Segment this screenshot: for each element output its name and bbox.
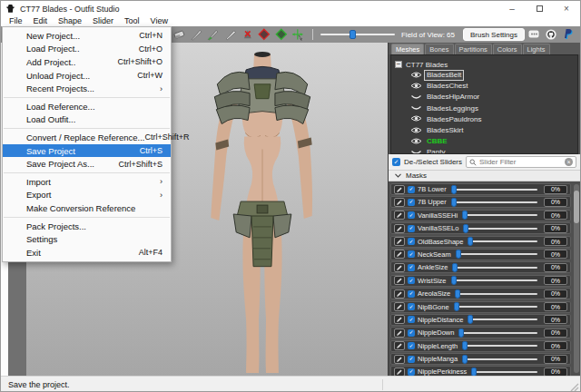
slider-handle[interactable]: [462, 355, 468, 364]
slider-handle[interactable]: [456, 250, 461, 259]
slider-checkbox[interactable]: ✓: [408, 238, 415, 245]
slider-edit-pencil-icon[interactable]: [394, 224, 405, 233]
mesh-item[interactable]: BladesSkirt: [395, 125, 574, 136]
slider-value[interactable]: 0%: [544, 237, 567, 246]
mesh-item[interactable]: Panty: [395, 147, 574, 154]
slider-edit-pencil-icon[interactable]: [394, 341, 405, 350]
collapse-icon[interactable]: −: [395, 61, 402, 68]
slider-track[interactable]: [453, 267, 537, 269]
gray-brush-tool-icon[interactable]: [190, 28, 204, 42]
slider-handle[interactable]: [468, 237, 473, 246]
slider-handle[interactable]: [451, 185, 457, 194]
slider-checkbox[interactable]: ✓: [408, 342, 415, 349]
mesh-tree-root[interactable]: − CT77 Blades: [395, 59, 574, 70]
slider-handle[interactable]: [471, 368, 477, 376]
eraser-tool-icon[interactable]: [172, 28, 187, 42]
clear-filter-icon[interactable]: ×: [565, 158, 573, 166]
slider-handle[interactable]: [451, 198, 457, 207]
slider-track[interactable]: [468, 318, 537, 320]
slider-checkbox[interactable]: ✓: [408, 264, 415, 271]
eye-open-icon[interactable]: [410, 82, 422, 92]
eye-closed-icon[interactable]: [410, 148, 422, 154]
slider-value[interactable]: 0%: [544, 341, 567, 350]
close-button[interactable]: ×: [553, 1, 580, 16]
file-menu-item[interactable]: Unload Project...Ctrl+W: [3, 69, 171, 83]
slider-value[interactable]: 0%: [544, 185, 567, 194]
slider-checkbox[interactable]: ✓: [408, 368, 415, 376]
github-icon[interactable]: [545, 28, 557, 41]
slider-track[interactable]: [463, 358, 537, 360]
slider-edit-pencil-icon[interactable]: [394, 263, 405, 272]
file-menu-item[interactable]: New Project...Ctrl+N: [3, 29, 171, 43]
slider-edit-pencil-icon[interactable]: [394, 355, 405, 364]
slider-track[interactable]: [463, 214, 537, 216]
slider-value[interactable]: 0%: [544, 198, 567, 207]
slider-value[interactable]: 0%: [544, 276, 567, 285]
slider-track[interactable]: [456, 293, 537, 295]
slider-value[interactable]: 0%: [544, 315, 567, 324]
slider-edit-pencil-icon[interactable]: [394, 328, 405, 338]
slider-track[interactable]: [463, 345, 537, 347]
transform-tool-icon[interactable]: [290, 28, 305, 42]
detail-brush-tool-icon[interactable]: [223, 28, 238, 42]
slider-track[interactable]: [452, 189, 537, 191]
slider-filter-input[interactable]: [479, 158, 562, 166]
green-diamond-tool-icon[interactable]: [274, 28, 289, 42]
slider-value[interactable]: 0%: [544, 302, 567, 311]
file-menu-item[interactable]: Convert / Replace Reference...Ctrl+Shift…: [3, 131, 171, 144]
eye-closed-icon[interactable]: [410, 103, 422, 113]
brush-settings-button[interactable]: Brush Settings: [463, 28, 525, 41]
slider-edit-pencil-icon[interactable]: [394, 302, 405, 311]
slider-checkbox[interactable]: ✓: [408, 290, 415, 298]
slider-track[interactable]: [452, 201, 537, 203]
slider-checkbox[interactable]: ✓: [408, 225, 415, 232]
slider-handle[interactable]: [462, 211, 468, 220]
file-menu-item[interactable]: Load Project..Ctrl+O: [3, 43, 171, 56]
mesh-item[interactable]: BladesHipArmor: [395, 92, 574, 103]
slider-checkbox[interactable]: ✓: [408, 277, 415, 284]
eye-open-icon[interactable]: [410, 114, 422, 124]
resize-grip[interactable]: [568, 381, 579, 392]
file-menu-item[interactable]: Save Project As...Ctrl+Shift+S: [3, 157, 171, 171]
masks-section-header[interactable]: Masks: [389, 170, 580, 181]
eye-open-icon[interactable]: [410, 137, 422, 147]
tab-lights[interactable]: Lights: [523, 44, 550, 54]
green-brush-tool-icon[interactable]: [206, 28, 221, 42]
file-menu-item[interactable]: Pack Projects...: [3, 220, 171, 233]
deselect-sliders-checkbox[interactable]: ✓: [392, 158, 400, 166]
slider-track[interactable]: [457, 253, 537, 255]
slider-track[interactable]: [452, 279, 537, 281]
slider-track[interactable]: [459, 332, 537, 334]
red-diamond-tool-icon[interactable]: [257, 28, 271, 42]
slider-edit-pencil-icon[interactable]: [394, 211, 405, 220]
file-menu-item[interactable]: Make Conversion Reference: [3, 201, 171, 215]
file-menu-item[interactable]: Load Reference...: [3, 100, 171, 113]
slider-edit-pencil-icon[interactable]: [394, 289, 405, 299]
menubar-item-file[interactable]: File: [4, 16, 28, 26]
mesh-item[interactable]: BladesChest: [395, 81, 574, 92]
slider-checkbox[interactable]: ✓: [408, 303, 415, 310]
slider-edit-pencil-icon[interactable]: [394, 250, 405, 259]
eye-open-icon[interactable]: [410, 71, 422, 81]
file-menu-item[interactable]: Add Project..Ctrl+Shift+O: [3, 55, 171, 69]
slider-edit-pencil-icon[interactable]: [394, 315, 405, 324]
slider-handle[interactable]: [451, 276, 457, 285]
mesh-item[interactable]: CBBE: [395, 136, 574, 147]
slider-edit-pencil-icon[interactable]: [394, 185, 405, 194]
slider-checkbox[interactable]: ✓: [408, 316, 415, 323]
chat-icon[interactable]: [527, 28, 540, 41]
tab-meshes[interactable]: Meshes: [391, 44, 424, 54]
file-menu-item[interactable]: ExitAlt+F4: [3, 246, 171, 260]
slider-checkbox[interactable]: ✓: [408, 356, 415, 363]
paypal-icon[interactable]: [562, 28, 575, 41]
slider-edit-pencil-icon[interactable]: [394, 368, 405, 376]
file-menu-item[interactable]: Recent Projects...›: [3, 82, 171, 95]
slider-filter-field[interactable]: ×: [466, 156, 576, 168]
file-menu-item[interactable]: Settings: [3, 232, 171, 246]
slider-value[interactable]: 0%: [544, 224, 567, 233]
slider-edit-pencil-icon[interactable]: [394, 237, 405, 246]
slider-value[interactable]: 0%: [544, 289, 567, 299]
slider-handle[interactable]: [455, 289, 460, 299]
mesh-item[interactable]: BladesLeggings: [395, 103, 574, 114]
slider-scrollbar[interactable]: [574, 184, 579, 373]
